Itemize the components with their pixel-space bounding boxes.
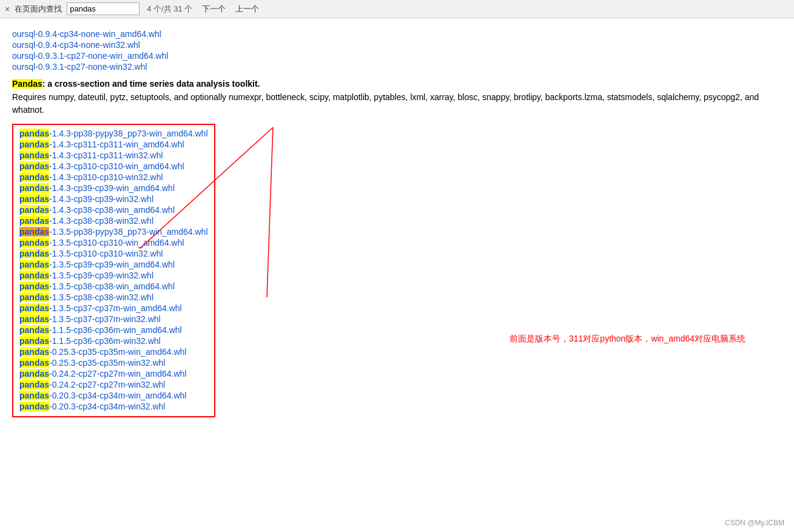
list-item: pandas-1.4.3-cp310-cp310-win32.whl xyxy=(19,172,208,182)
pandas-link[interactable]: pandas-1.3.5-cp38-cp38-win_amd64.whl xyxy=(19,281,175,291)
pandas-link[interactable]: pandas-1.3.5-pp38-pypy38_pp73-win_amd64.… xyxy=(19,227,208,237)
pandas-highlight: pandas xyxy=(19,369,49,379)
link-rest: -1.3.5-cp39-cp39-win32.whl xyxy=(49,271,153,280)
pandas-link[interactable]: pandas-1.1.5-cp36-cp36m-win32.whl xyxy=(19,336,161,346)
link-rest: -1.3.5-cp38-cp38-win_amd64.whl xyxy=(49,281,175,291)
pandas-link[interactable]: pandas-1.3.5-cp310-cp310-win32.whl xyxy=(19,249,163,258)
pandas-highlight: pandas xyxy=(19,216,49,226)
list-item: pandas-1.4.3-cp310-cp310-win_amd64.whl xyxy=(19,161,208,171)
list-item: pandas-1.3.5-cp39-cp39-win32.whl xyxy=(19,271,208,280)
pandas-red-box: pandas-1.4.3-pp38-pypy38_pp73-win_amd64.… xyxy=(12,124,215,417)
link-rest: -0.24.2-cp27-cp27m-win32.whl xyxy=(49,380,165,389)
pandas-highlight: pandas xyxy=(19,314,49,324)
list-item: pandas-1.4.3-cp38-cp38-win32.whl xyxy=(19,216,208,226)
list-item: pandas-1.3.5-cp38-cp38-win32.whl xyxy=(19,292,208,302)
pandas-links-list: pandas-1.4.3-pp38-pypy38_pp73-win_amd64.… xyxy=(19,129,208,411)
find-next-button[interactable]: 下一个 xyxy=(200,3,228,15)
list-item: pandas-1.4.3-cp38-cp38-win_amd64.whl xyxy=(19,205,208,215)
pandas-highlight: pandas xyxy=(19,129,49,138)
pandas-highlight: pandas xyxy=(19,281,49,291)
list-item: pandas-0.20.3-cp34-cp34m-win32.whl xyxy=(19,402,208,411)
pandas-highlight: pandas xyxy=(19,205,49,215)
link[interactable]: oursql-0.9.4-cp34-none-win32.whl xyxy=(12,40,140,50)
pandas-link[interactable]: pandas-0.20.3-cp34-cp34m-win_amd64.whl xyxy=(19,391,186,400)
list-item: pandas-1.4.3-cp311-cp311-win_amd64.whl xyxy=(19,140,208,149)
link-rest: -1.4.3-cp39-cp39-win_amd64.whl xyxy=(49,183,175,193)
pandas-link[interactable]: pandas-1.3.5-cp310-cp310-win_amd64.whl xyxy=(19,238,184,247)
svg-line-1 xyxy=(267,127,273,297)
link-rest: -1.4.3-pp38-pypy38_pp73-win_amd64.whl xyxy=(49,129,208,138)
pandas-link[interactable]: pandas-1.4.3-cp310-cp310-win_amd64.whl xyxy=(19,161,184,171)
pandas-link[interactable]: pandas-1.3.5-cp39-cp39-win32.whl xyxy=(19,271,153,280)
link-rest: -1.3.5-cp310-cp310-win32.whl xyxy=(49,249,163,258)
pandas-link[interactable]: pandas-0.24.2-cp27-cp27m-win_amd64.whl xyxy=(19,369,186,379)
list-item: pandas-1.3.5-cp39-cp39-win_amd64.whl xyxy=(19,260,208,269)
list-item: pandas-1.3.5-cp38-cp38-win_amd64.whl xyxy=(19,281,208,291)
pandas-link[interactable]: pandas-1.4.3-cp311-cp311-win32.whl xyxy=(19,150,163,160)
list-item: pandas-1.3.5-cp310-cp310-win32.whl xyxy=(19,249,208,258)
find-count: 4 个/共 31 个 xyxy=(147,4,192,15)
close-icon[interactable]: × xyxy=(5,4,10,14)
pandas-highlight: pandas xyxy=(19,271,49,280)
list-item: pandas-1.4.3-cp39-cp39-win_amd64.whl xyxy=(19,183,208,193)
list-item: pandas-0.24.2-cp27-cp27m-win32.whl xyxy=(19,380,208,389)
annotation-text: 前面是版本号，311对应python版本，win_amd64对应电脑系统 xyxy=(510,334,745,345)
pandas-highlight: pandas xyxy=(19,325,49,335)
link-rest: -1.3.5-cp310-cp310-win_amd64.whl xyxy=(49,238,184,247)
pandas-highlight: pandas xyxy=(19,172,49,182)
pandas-highlight: pandas xyxy=(19,347,49,357)
link-rest: -0.25.3-cp35-cp35m-win32.whl xyxy=(49,358,165,368)
pandas-link[interactable]: pandas-1.3.5-cp38-cp38-win32.whl xyxy=(19,292,153,302)
link-rest: -1.1.5-cp36-cp36m-win32.whl xyxy=(49,336,161,346)
list-item: pandas-0.25.3-cp35-cp35m-win32.whl xyxy=(19,358,208,368)
find-input[interactable] xyxy=(67,2,140,15)
pandas-highlight: pandas xyxy=(19,238,49,247)
pandas-link[interactable]: pandas-1.4.3-cp311-cp311-win_amd64.whl xyxy=(19,140,184,149)
pandas-link[interactable]: pandas-1.4.3-cp310-cp310-win32.whl xyxy=(19,172,163,182)
pandas-link[interactable]: pandas-1.4.3-pp38-pypy38_pp73-win_amd64.… xyxy=(19,129,208,138)
pandas-highlight: pandas xyxy=(19,292,49,302)
pandas-title-suffix: : a cross-section and time series data a… xyxy=(42,79,260,89)
pandas-highlight: pandas xyxy=(19,150,49,160)
pandas-link[interactable]: pandas-1.3.5-cp39-cp39-win_amd64.whl xyxy=(19,260,175,269)
find-prev-button[interactable]: 上一个 xyxy=(233,3,261,15)
pandas-section-desc: Requires numpy, dateutil, pytz, setuptoo… xyxy=(12,91,782,116)
pandas-link[interactable]: pandas-1.1.5-cp36-cp36m-win_amd64.whl xyxy=(19,325,182,335)
pandas-section-title: Pandas: a cross-section and time series … xyxy=(12,79,782,89)
link-rest: -1.3.5-pp38-pypy38_pp73-win_amd64.whl xyxy=(49,227,208,237)
pandas-link[interactable]: pandas-0.20.3-cp34-cp34m-win32.whl xyxy=(19,402,165,411)
pandas-highlight: pandas xyxy=(19,249,49,258)
link[interactable]: oursql-0.9.3.1-cp27-none-win_amd64.whl xyxy=(12,51,169,61)
link-rest: -0.20.3-cp34-cp34m-win32.whl xyxy=(49,402,165,411)
pandas-link[interactable]: pandas-0.24.2-cp27-cp27m-win32.whl xyxy=(19,380,165,389)
list-item: pandas-1.3.5-cp310-cp310-win_amd64.whl xyxy=(19,238,208,247)
list-item: pandas-1.4.3-pp38-pypy38_pp73-win_amd64.… xyxy=(19,129,208,138)
pandas-link[interactable]: pandas-0.25.3-cp35-cp35m-win_amd64.whl xyxy=(19,347,186,357)
pandas-link[interactable]: pandas-1.3.5-cp37-cp37m-win_amd64.whl xyxy=(19,303,182,313)
list-item: oursql-0.9.3.1-cp27-none-win32.whl xyxy=(12,62,782,72)
pandas-link[interactable]: pandas-0.25.3-cp35-cp35m-win32.whl xyxy=(19,358,165,368)
link[interactable]: oursql-0.9.4-cp34-none-win_amd64.whl xyxy=(12,29,161,39)
link-rest: -1.4.3-cp311-cp311-win32.whl xyxy=(49,150,163,160)
link-rest: -1.3.5-cp39-cp39-win_amd64.whl xyxy=(49,260,175,269)
list-item: oursql-0.9.3.1-cp27-none-win_amd64.whl xyxy=(12,51,782,61)
pandas-link[interactable]: pandas-1.4.3-cp38-cp38-win_amd64.whl xyxy=(19,205,175,215)
pandas-highlight: pandas xyxy=(19,402,49,411)
list-item: pandas-1.3.5-cp37-cp37m-win32.whl xyxy=(19,314,208,324)
list-item: pandas-1.3.5-cp37-cp37m-win_amd64.whl xyxy=(19,303,208,313)
link-rest: -1.4.3-cp311-cp311-win_amd64.whl xyxy=(49,140,184,149)
list-item: pandas-0.24.2-cp27-cp27m-win_amd64.whl xyxy=(19,369,208,379)
list-item: pandas-1.1.5-cp36-cp36m-win32.whl xyxy=(19,336,208,346)
link-rest: -1.4.3-cp38-cp38-win_amd64.whl xyxy=(49,205,175,215)
pandas-link[interactable]: pandas-1.3.5-cp37-cp37m-win32.whl xyxy=(19,314,161,324)
link-rest: -1.4.3-cp310-cp310-win_amd64.whl xyxy=(49,161,184,171)
pandas-link[interactable]: pandas-1.4.3-cp39-cp39-win32.whl xyxy=(19,194,153,204)
pandas-link[interactable]: pandas-1.4.3-cp39-cp39-win_amd64.whl xyxy=(19,183,175,193)
link[interactable]: oursql-0.9.3.1-cp27-none-win32.whl xyxy=(12,62,147,72)
pandas-links-container: pandas-1.4.3-pp38-pypy38_pp73-win_amd64.… xyxy=(12,121,782,417)
pandas-highlight: pandas xyxy=(19,303,49,313)
link-rest: -1.3.5-cp37-cp37m-win32.whl xyxy=(49,314,161,324)
pandas-link[interactable]: pandas-1.4.3-cp38-cp38-win32.whl xyxy=(19,216,153,226)
link-rest: -1.4.3-cp39-cp39-win32.whl xyxy=(49,194,153,204)
list-item: oursql-0.9.4-cp34-none-win_amd64.whl xyxy=(12,29,782,39)
